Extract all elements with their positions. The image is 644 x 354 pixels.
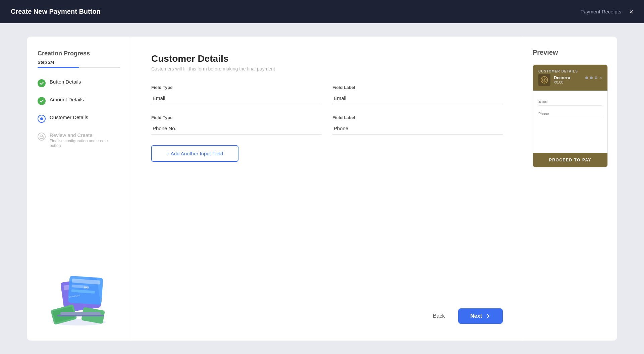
- preview-avatar: [538, 74, 550, 86]
- close-icon[interactable]: ×: [629, 8, 633, 15]
- preview-panel: Preview CUSTOMER DETAILS: [523, 37, 617, 341]
- step-label: Step 2/4: [38, 60, 120, 65]
- svg-text:PAY: PAY: [84, 286, 89, 290]
- payment-receipts-link[interactable]: Payment Receipts: [581, 9, 622, 14]
- preview-dot-3: [595, 77, 597, 79]
- field-label-label-1: Field Label: [332, 85, 503, 90]
- steps-list: Button Details Amount Details: [38, 79, 120, 148]
- preview-dot-2: [590, 77, 593, 79]
- step-icon-amount-details: [38, 97, 46, 105]
- step-item-review-create: Review and Create Finalise configuration…: [38, 132, 120, 148]
- step-name-review-create: Review and Create: [50, 132, 120, 138]
- check-icon-2: [39, 99, 44, 103]
- preview-dot-1: [585, 77, 588, 79]
- preview-merchant-amount: ₹0.00: [554, 80, 570, 85]
- field-type-group-2: Field Type: [151, 115, 322, 135]
- preview-card: CUSTOMER DETAILS: [533, 64, 608, 167]
- field-type-label-1: Field Type: [151, 85, 322, 90]
- customer-details-title: Customer Details: [151, 53, 503, 64]
- step-text-review-create: Review and Create Finalise configuration…: [50, 132, 120, 148]
- sidebar: Creation Progress Step 2/4 Button Detail…: [27, 37, 131, 341]
- field-label-group-1: Field Label: [332, 85, 503, 104]
- step-text-customer-details: Customer Details: [50, 114, 120, 120]
- preview-header-label: CUSTOMER DETAILS: [538, 69, 578, 73]
- preview-proceed-button[interactable]: PROCEED TO PAY: [533, 153, 607, 167]
- next-button[interactable]: Next: [458, 308, 503, 324]
- form-row-2: Field Type Field Label: [151, 115, 503, 135]
- creation-progress-title: Creation Progress: [38, 50, 120, 57]
- svg-rect-12: [57, 315, 104, 316]
- step-text-button-details: Button Details: [50, 79, 120, 85]
- field-label-label-2: Field Label: [332, 115, 503, 120]
- field-type-input-1[interactable]: [151, 93, 322, 104]
- preview-card-header: CUSTOMER DETAILS: [533, 65, 607, 91]
- field-label-input-2[interactable]: [332, 123, 503, 135]
- field-type-label-2: Field Type: [151, 115, 322, 120]
- back-button[interactable]: Back: [426, 309, 452, 323]
- step-item-customer-details: Customer Details: [38, 114, 120, 123]
- step-sub-review-create: Finalise configuration and create button: [50, 139, 120, 148]
- preview-header-controls: ×: [585, 75, 602, 81]
- main-container: Creation Progress Step 2/4 Button Detail…: [0, 23, 644, 354]
- progress-bar-fill: [38, 67, 79, 68]
- preview-merchant-info: Decorra ₹0.00: [554, 75, 570, 85]
- preview-card-header-left: Decorra ₹0.00: [538, 74, 578, 86]
- active-dot: [40, 117, 43, 120]
- next-button-label: Next: [470, 313, 482, 319]
- chevron-right-icon: [485, 313, 491, 319]
- preview-spacer: [538, 121, 602, 148]
- preview-merchant-name: Decorra: [554, 75, 570, 80]
- field-label-input-1[interactable]: [332, 93, 503, 104]
- svg-rect-0: [40, 136, 43, 139]
- preview-body: Email Phone: [533, 91, 607, 153]
- progress-bar-track: [38, 67, 120, 68]
- bottom-nav: Back Next: [151, 295, 503, 324]
- field-type-group-1: Field Type: [151, 85, 322, 104]
- form-row-1: Field Type Field Label: [151, 85, 503, 104]
- lock-icon: [39, 134, 44, 139]
- field-label-group-2: Field Label: [332, 115, 503, 135]
- preview-field-email: Email: [538, 96, 602, 106]
- preview-close-icon[interactable]: ×: [599, 75, 602, 81]
- preview-header-top: CUSTOMER DETAILS: [538, 69, 578, 86]
- preview-title: Preview: [533, 49, 608, 56]
- preview-field-phone: Phone: [538, 108, 602, 118]
- preview-field-label-phone: Phone: [538, 112, 602, 116]
- illustration: PAY SIGNATURE: [38, 159, 120, 327]
- step-name-amount-details: Amount Details: [50, 97, 120, 102]
- step-icon-customer-details: [38, 115, 46, 123]
- step-icon-button-details: [38, 79, 46, 87]
- step-item-button-details: Button Details: [38, 79, 120, 87]
- header: Create New Payment Button Payment Receip…: [0, 0, 644, 23]
- step-icon-review-create: [38, 133, 46, 141]
- step-item-amount-details: Amount Details: [38, 97, 120, 105]
- field-type-input-2[interactable]: [151, 123, 322, 135]
- customer-details-subtitle: Customers will fill this form before mak…: [151, 66, 503, 71]
- step-name-customer-details: Customer Details: [50, 114, 120, 120]
- page-title: Create New Payment Button: [11, 8, 101, 15]
- payment-illustration: PAY SIGNATURE: [42, 260, 116, 327]
- preview-field-label-email: Email: [538, 99, 602, 103]
- mandala-icon: [540, 76, 548, 84]
- center-content: Customer Details Customers will fill thi…: [131, 37, 523, 341]
- check-icon: [39, 81, 44, 86]
- add-field-button[interactable]: + Add Another Input Field: [151, 145, 238, 162]
- header-right: Payment Receipts ×: [581, 8, 633, 15]
- step-name-button-details: Button Details: [50, 79, 120, 85]
- svg-rect-11: [60, 312, 101, 315]
- step-text-amount-details: Amount Details: [50, 97, 120, 102]
